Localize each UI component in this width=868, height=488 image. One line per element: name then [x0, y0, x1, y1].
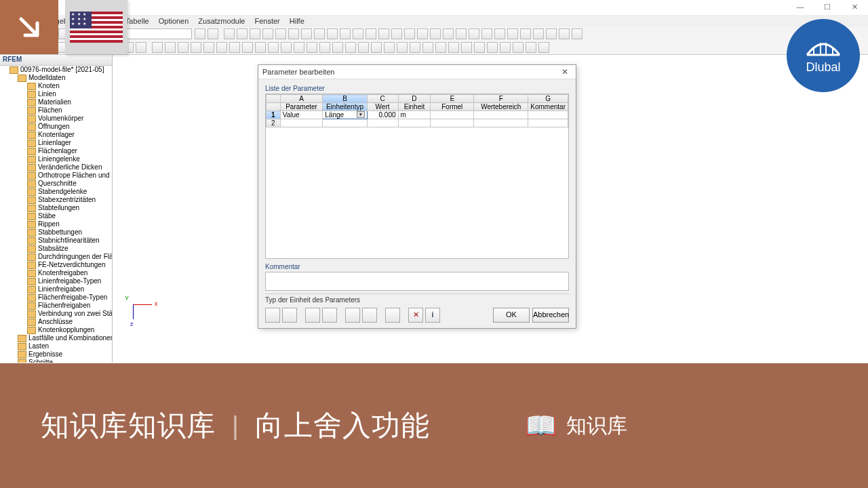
- grid-row-2[interactable]: 2: [267, 119, 568, 127]
- kommentar-input[interactable]: [265, 272, 569, 291]
- toolbar-button[interactable]: [237, 28, 248, 39]
- col-letter-G[interactable]: G: [528, 95, 568, 103]
- cell-parameter[interactable]: Value: [280, 111, 323, 119]
- hdr-formel[interactable]: Formel: [431, 103, 474, 111]
- parameter-grid[interactable]: A B C D E F G Parameter Einheitentyp Wer…: [265, 94, 569, 259]
- cell-kommentar[interactable]: [528, 111, 568, 119]
- tree-item[interactable]: Flächenfreigabe-Typen: [0, 293, 112, 302]
- toolbar-button[interactable]: [224, 28, 235, 39]
- dialog-close-button[interactable]: ✕: [558, 67, 572, 77]
- tree-item[interactable]: Orthotrope Flächen und Mem: [0, 171, 112, 180]
- tree-item[interactable]: Linien: [0, 90, 112, 98]
- toolbar-button[interactable]: [152, 42, 163, 53]
- toolbar-button[interactable]: [546, 28, 557, 39]
- toolbar-button[interactable]: [538, 42, 549, 53]
- tree-item[interactable]: Stabteilungen: [0, 204, 112, 212]
- toolbar-button[interactable]: [481, 28, 492, 39]
- toolbar-button[interactable]: [559, 28, 570, 39]
- tree-item[interactable]: Stäbe: [0, 212, 112, 220]
- ok-button[interactable]: OK: [493, 308, 530, 323]
- tree-item[interactable]: Rippen: [0, 220, 112, 228]
- col-letter-D[interactable]: D: [398, 95, 431, 103]
- col-letter-A[interactable]: A: [280, 95, 323, 103]
- toolbar-button[interactable]: [494, 28, 505, 39]
- toolbar-button[interactable]: [208, 28, 218, 39]
- tree-item[interactable]: Knotenlager: [0, 131, 112, 139]
- toolbar-button[interactable]: [507, 28, 518, 39]
- tree-item[interactable]: Materialien: [0, 98, 112, 106]
- minimize-button[interactable]: —: [787, 0, 814, 14]
- toolbar-button[interactable]: [461, 42, 472, 53]
- toolbar-button[interactable]: [443, 28, 454, 39]
- toolbar-button[interactable]: [422, 42, 433, 53]
- tree-item[interactable]: Flächen: [0, 106, 112, 115]
- toolbar-button[interactable]: [281, 42, 292, 53]
- tree-item[interactable]: Stabnichtlinearitäten: [0, 237, 112, 245]
- hdr-parameter[interactable]: Parameter: [280, 103, 323, 111]
- tool-button[interactable]: [345, 308, 360, 323]
- toolbar-button[interactable]: [294, 42, 304, 53]
- tree-item[interactable]: Veränderliche Dicken: [0, 163, 112, 171]
- toolbar-button[interactable]: [136, 42, 146, 53]
- toolbar-button[interactable]: [378, 28, 389, 39]
- tree-item[interactable]: Flächenlager: [0, 147, 112, 155]
- toolbar-button[interactable]: [191, 42, 201, 53]
- toolbar-button[interactable]: [513, 42, 524, 53]
- toolbar-button[interactable]: [203, 42, 214, 53]
- toolbar-button[interactable]: [288, 28, 299, 39]
- toolbar-button[interactable]: [301, 28, 312, 39]
- toolbar-button[interactable]: [242, 42, 253, 53]
- toolbar-button[interactable]: [307, 42, 317, 53]
- toolbar-button[interactable]: [366, 28, 376, 39]
- toolbar-button[interactable]: [165, 42, 176, 53]
- tree-item[interactable]: Querschnitte: [0, 180, 112, 188]
- toolbar-button[interactable]: [533, 28, 544, 39]
- tool-button[interactable]: [322, 308, 337, 323]
- cancel-button[interactable]: Abbrechen: [532, 308, 569, 323]
- toolbar-button[interactable]: [474, 42, 485, 53]
- toolbar-button[interactable]: [319, 42, 330, 53]
- toolbar-button[interactable]: [520, 28, 531, 39]
- tree-item[interactable]: Ergebnisse: [0, 350, 112, 359]
- hdr-wertebereich[interactable]: Wertebereich: [474, 103, 528, 111]
- toolbar-button[interactable]: [417, 28, 428, 39]
- tree-item[interactable]: Linienfreigabe-Typen: [0, 277, 112, 285]
- grid-row-1[interactable]: 1 Value Länge▾ 0.000 m: [267, 111, 568, 119]
- dialog-titlebar[interactable]: Parameter bearbeiten ✕: [258, 65, 576, 79]
- toolbar-button[interactable]: [332, 42, 343, 53]
- toolbar-button[interactable]: [572, 28, 583, 39]
- toolbar-button[interactable]: [178, 42, 189, 53]
- tree-item[interactable]: Volumenkörper: [0, 115, 112, 123]
- toolbar-button[interactable]: [268, 42, 279, 53]
- toolbar-button[interactable]: [487, 42, 498, 53]
- menu-item-zusatzmodule[interactable]: Zusatzmodule: [194, 16, 249, 26]
- tree-item[interactable]: Öffnungen: [0, 123, 112, 131]
- tree-item[interactable]: Lastfälle und Kombinationen: [0, 334, 112, 342]
- dropdown-icon[interactable]: ▾: [357, 111, 365, 118]
- delete-button[interactable]: ✕: [408, 308, 423, 323]
- maximize-button[interactable]: ☐: [814, 0, 841, 14]
- col-letter-C[interactable]: C: [367, 95, 398, 103]
- cell-wertebereich[interactable]: [474, 111, 528, 119]
- menu-item-fenster[interactable]: Fenster: [250, 16, 283, 26]
- close-button[interactable]: ✕: [841, 0, 868, 14]
- toolbar-button[interactable]: [358, 42, 369, 53]
- toolbar-button[interactable]: [229, 42, 240, 53]
- tool-button[interactable]: [385, 308, 400, 323]
- tree-item[interactable]: Lasten: [0, 342, 112, 350]
- toolbar-button[interactable]: [404, 28, 415, 39]
- tree-item[interactable]: Linienfreigaben: [0, 285, 112, 293]
- tree-item[interactable]: Knotenkopplungen: [0, 326, 112, 334]
- hdr-einheit[interactable]: Einheit: [398, 103, 431, 111]
- tree-item[interactable]: Schnitte: [0, 359, 112, 363]
- tree-item[interactable]: Flächenfreigaben: [0, 302, 112, 310]
- tree-item[interactable]: FE-Netzverdichtungen: [0, 261, 112, 269]
- toolbar-button[interactable]: [353, 28, 363, 39]
- toolbar-button[interactable]: [195, 28, 205, 39]
- toolbar-button[interactable]: [216, 42, 227, 53]
- toolbar-button[interactable]: [340, 28, 351, 39]
- toolbar-button[interactable]: [448, 42, 459, 53]
- toolbar-button[interactable]: [391, 28, 402, 39]
- cell-wert[interactable]: 0.000: [367, 111, 398, 119]
- toolbar-button[interactable]: [314, 28, 325, 39]
